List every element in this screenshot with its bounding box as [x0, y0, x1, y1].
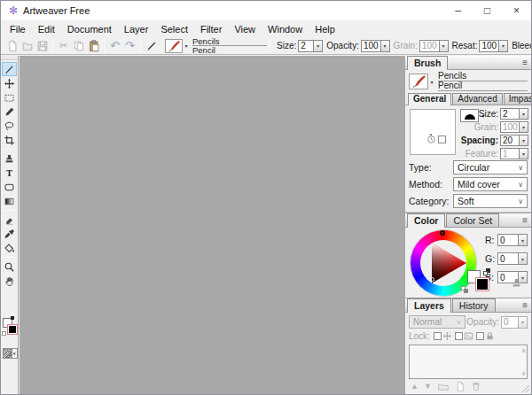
- panel-spacing-dropdown[interactable]: ▾: [520, 135, 528, 146]
- paste-button[interactable]: [86, 38, 101, 53]
- move-layer-up-button[interactable]: ▲: [411, 383, 419, 391]
- color-set-tab[interactable]: Color Set: [446, 213, 499, 227]
- delete-layer-button[interactable]: [471, 381, 481, 392]
- type-select[interactable]: Circular∨: [453, 160, 528, 174]
- new-layer-button[interactable]: [455, 381, 466, 392]
- gradient-tool[interactable]: [2, 194, 17, 208]
- default-colors-icon[interactable]: [461, 286, 468, 293]
- opacity-dropdown[interactable]: ▾: [381, 40, 390, 52]
- panel-size-input[interactable]: 2: [500, 108, 520, 120]
- tab-advanced[interactable]: Advanced: [452, 93, 502, 105]
- app-icon: ✻: [9, 5, 18, 16]
- brush-preset-thumbnail[interactable]: [165, 39, 183, 53]
- brush-general-settings: ▾ Size: 2 ▾ Grain: 100 ▾: [405, 105, 531, 159]
- layers-list[interactable]: ∧ ∨: [409, 345, 528, 379]
- color-stamp-button[interactable]: [511, 277, 522, 290]
- layers-panel-menu-icon[interactable]: ≡: [522, 301, 528, 310]
- brush-preset-dropdown[interactable]: ▾: [183, 39, 190, 53]
- copy-button[interactable]: [71, 38, 86, 53]
- panel-size-dropdown[interactable]: ▾: [520, 108, 528, 120]
- spacing-checkbox[interactable]: [438, 136, 446, 143]
- rectangle-select-tool[interactable]: [2, 90, 17, 105]
- new-group-button[interactable]: [437, 381, 450, 392]
- color-panel-menu-icon[interactable]: ≡: [522, 216, 528, 225]
- zoom-tool[interactable]: [2, 259, 17, 274]
- redo-button[interactable]: ↷: [122, 38, 137, 53]
- swap-colors-icon[interactable]: [483, 268, 490, 275]
- tab-general[interactable]: General: [408, 93, 451, 105]
- red-dropdown[interactable]: ▾: [519, 234, 528, 246]
- resize-grip-icon[interactable]: [521, 384, 530, 393]
- layers-tab[interactable]: Layers: [407, 298, 451, 313]
- move-tool[interactable]: [2, 76, 17, 90]
- menu-document[interactable]: Document: [61, 22, 118, 36]
- method-select[interactable]: Mild cover∨: [453, 177, 528, 191]
- lock-pixels-checkbox[interactable]: [455, 332, 463, 340]
- minimize-button[interactable]: –: [443, 1, 473, 20]
- menu-file[interactable]: File: [4, 22, 32, 36]
- lasso-tool[interactable]: [2, 119, 17, 133]
- default-colors-icon[interactable]: [2, 331, 6, 336]
- scroll-down-icon[interactable]: ∨: [521, 370, 526, 376]
- brush-panel-preset-dropdown[interactable]: ▾: [428, 74, 435, 89]
- fill-tool[interactable]: [2, 241, 17, 255]
- magic-wand-tool[interactable]: [2, 105, 17, 119]
- lock-position-checkbox[interactable]: [434, 332, 442, 340]
- maximize-button[interactable]: □: [473, 1, 502, 20]
- hand-tool[interactable]: [2, 274, 17, 288]
- eyedropper-tool[interactable]: [2, 227, 17, 241]
- open-document-button[interactable]: [20, 38, 35, 53]
- resat-input[interactable]: 100: [479, 40, 499, 52]
- move-layer-down-button[interactable]: ▼: [424, 383, 432, 391]
- layer-opacity-dropdown: ▾: [519, 316, 528, 329]
- category-select[interactable]: Soft∨: [453, 194, 528, 208]
- size-input[interactable]: 2: [298, 40, 314, 52]
- panel-dock: Brush ≡ ▾ Pencils Pencil General Advance…: [404, 56, 531, 394]
- shape-tool[interactable]: [2, 180, 17, 194]
- tool-palette-grip[interactable]: [1, 56, 18, 60]
- size-dropdown[interactable]: ▾: [314, 40, 323, 52]
- close-button[interactable]: ×: [502, 1, 531, 20]
- cut-button[interactable]: ✂: [56, 38, 71, 53]
- pattern-swatch[interactable]: [3, 348, 12, 359]
- save-button[interactable]: [35, 38, 50, 53]
- brush-panel-menu-icon[interactable]: ≡: [522, 58, 528, 67]
- brush-stroke-button[interactable]: [144, 38, 159, 53]
- saturation-value-triangle[interactable]: [420, 240, 466, 286]
- foreground-color-swatch[interactable]: [475, 277, 489, 291]
- clone-stamp-tool[interactable]: [2, 151, 17, 166]
- foreground-color-swatch[interactable]: [7, 324, 18, 335]
- clock-icon[interactable]: [426, 135, 436, 144]
- scroll-up-icon[interactable]: ∧: [521, 347, 526, 353]
- eraser-tool[interactable]: [2, 213, 17, 227]
- tab-impasto[interactable]: Impasto: [504, 93, 532, 105]
- shade-marker[interactable]: [430, 277, 434, 282]
- menu-select[interactable]: Select: [154, 22, 194, 36]
- lock-all-checkbox[interactable]: [476, 332, 484, 340]
- resat-dropdown[interactable]: ▾: [499, 40, 508, 52]
- crop-tool[interactable]: [2, 133, 17, 147]
- menu-layer[interactable]: Layer: [118, 22, 155, 36]
- pattern-dropdown[interactable]: ▾: [12, 348, 18, 359]
- menu-filter[interactable]: Filter: [194, 22, 228, 36]
- hue-marker[interactable]: [440, 230, 445, 236]
- menu-view[interactable]: View: [228, 22, 262, 36]
- panel-spacing-input[interactable]: 20: [500, 135, 520, 146]
- history-tab[interactable]: History: [452, 298, 496, 312]
- swap-colors-icon[interactable]: [11, 316, 14, 320]
- color-tab[interactable]: Color: [407, 213, 445, 228]
- text-tool[interactable]: T: [2, 166, 17, 180]
- green-dropdown[interactable]: ▾: [519, 252, 528, 265]
- brush-panel-tab[interactable]: Brush: [407, 56, 448, 70]
- menu-edit[interactable]: Edit: [32, 22, 61, 36]
- opacity-input[interactable]: 100: [361, 40, 381, 52]
- menu-help[interactable]: Help: [309, 22, 341, 36]
- undo-button[interactable]: ↶: [107, 38, 122, 53]
- new-document-button[interactable]: [4, 38, 20, 53]
- brush-tool[interactable]: [2, 62, 17, 76]
- menu-window[interactable]: Window: [262, 22, 309, 36]
- brush-preset-labels[interactable]: Pencils Pencil: [192, 37, 267, 55]
- brush-panel-preset-thumbnail[interactable]: [409, 74, 428, 89]
- red-input[interactable]: 0: [497, 234, 519, 246]
- green-input[interactable]: 0: [497, 252, 519, 265]
